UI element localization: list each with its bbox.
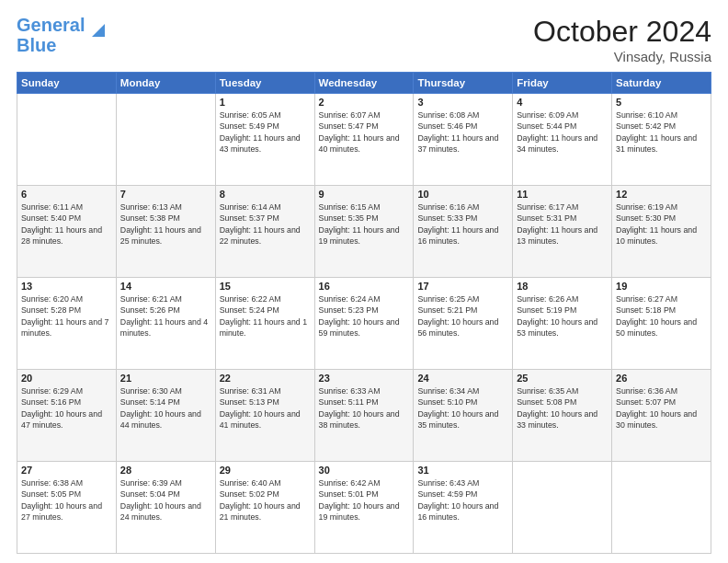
day-number: 11 [517,189,608,200]
day-number: 4 [517,97,608,108]
calendar-cell: 3Sunrise: 6:08 AM Sunset: 5:46 PM Daylig… [414,94,513,186]
day-info: Sunrise: 6:21 AM Sunset: 5:26 PM Dayligh… [120,293,211,339]
day-info: Sunrise: 6:34 AM Sunset: 5:10 PM Dayligh… [417,385,508,431]
day-info: Sunrise: 6:33 AM Sunset: 5:11 PM Dayligh… [319,385,410,431]
calendar-cell: 16Sunrise: 6:24 AM Sunset: 5:23 PM Dayli… [314,278,414,370]
calendar-cell: 22Sunrise: 6:31 AM Sunset: 5:13 PM Dayli… [215,370,314,462]
calendar-cell: 2Sunrise: 6:07 AM Sunset: 5:47 PM Daylig… [314,94,414,186]
col-wednesday: Wednesday [314,73,414,94]
calendar-table: Sunday Monday Tuesday Wednesday Thursday… [17,72,711,554]
calendar-cell: 17Sunrise: 6:25 AM Sunset: 5:21 PM Dayli… [414,278,513,370]
calendar-cell: 21Sunrise: 6:30 AM Sunset: 5:14 PM Dayli… [116,370,215,462]
day-info: Sunrise: 6:17 AM Sunset: 5:31 PM Dayligh… [517,201,608,247]
calendar-week-3: 13Sunrise: 6:20 AM Sunset: 5:28 PM Dayli… [17,278,711,370]
calendar-week-1: 1Sunrise: 6:05 AM Sunset: 5:49 PM Daylig… [17,94,711,186]
day-number: 22 [220,373,311,384]
col-saturday: Saturday [612,73,711,94]
calendar-cell: 13Sunrise: 6:20 AM Sunset: 5:28 PM Dayli… [17,278,117,370]
day-number: 31 [417,465,508,476]
calendar-cell: 27Sunrise: 6:38 AM Sunset: 5:05 PM Dayli… [17,462,117,554]
day-number: 9 [319,189,410,200]
day-info: Sunrise: 6:39 AM Sunset: 5:04 PM Dayligh… [120,477,211,523]
calendar-cell: 25Sunrise: 6:35 AM Sunset: 5:08 PM Dayli… [513,370,612,462]
day-info: Sunrise: 6:42 AM Sunset: 5:01 PM Dayligh… [319,477,410,523]
logo: GeneralBlue [17,15,108,55]
calendar-header-row: Sunday Monday Tuesday Wednesday Thursday… [17,73,711,94]
day-info: Sunrise: 6:05 AM Sunset: 5:49 PM Dayligh… [220,109,311,155]
calendar-cell: 20Sunrise: 6:29 AM Sunset: 5:16 PM Dayli… [17,370,117,462]
calendar-cell: 19Sunrise: 6:27 AM Sunset: 5:18 PM Dayli… [612,278,711,370]
day-number: 5 [616,97,707,108]
day-number: 20 [21,373,112,384]
day-number: 19 [616,281,707,292]
day-number: 13 [21,281,112,292]
day-number: 21 [120,373,211,384]
title-block: October 2024 Vinsady, Russia [533,15,711,64]
calendar-cell: 9Sunrise: 6:15 AM Sunset: 5:35 PM Daylig… [314,186,414,278]
day-info: Sunrise: 6:08 AM Sunset: 5:46 PM Dayligh… [417,109,508,155]
day-number: 16 [319,281,410,292]
calendar-cell: 28Sunrise: 6:39 AM Sunset: 5:04 PM Dayli… [116,462,215,554]
day-info: Sunrise: 6:10 AM Sunset: 5:42 PM Dayligh… [616,109,707,155]
day-info: Sunrise: 6:24 AM Sunset: 5:23 PM Dayligh… [319,293,410,339]
calendar-cell: 14Sunrise: 6:21 AM Sunset: 5:26 PM Dayli… [116,278,215,370]
day-number: 12 [616,189,707,200]
day-info: Sunrise: 6:20 AM Sunset: 5:28 PM Dayligh… [21,293,112,339]
day-info: Sunrise: 6:26 AM Sunset: 5:19 PM Dayligh… [517,293,608,339]
calendar-cell: 29Sunrise: 6:40 AM Sunset: 5:02 PM Dayli… [215,462,314,554]
day-number: 15 [220,281,311,292]
page: GeneralBlue October 2024 Vinsady, Russia… [0,0,728,563]
day-info: Sunrise: 6:16 AM Sunset: 5:33 PM Dayligh… [417,201,508,247]
calendar-cell: 24Sunrise: 6:34 AM Sunset: 5:10 PM Dayli… [414,370,513,462]
day-info: Sunrise: 6:35 AM Sunset: 5:08 PM Dayligh… [517,385,608,431]
day-info: Sunrise: 6:14 AM Sunset: 5:37 PM Dayligh… [220,201,311,247]
day-number: 14 [120,281,211,292]
svg-marker-0 [92,24,105,37]
location: Vinsady, Russia [533,49,711,64]
day-number: 18 [517,281,608,292]
calendar-cell [17,94,117,186]
day-number: 3 [417,97,508,108]
calendar-cell [612,462,711,554]
day-info: Sunrise: 6:11 AM Sunset: 5:40 PM Dayligh… [21,201,112,247]
calendar-cell: 5Sunrise: 6:10 AM Sunset: 5:42 PM Daylig… [612,94,711,186]
day-info: Sunrise: 6:27 AM Sunset: 5:18 PM Dayligh… [616,293,707,339]
calendar-cell [116,94,215,186]
day-info: Sunrise: 6:19 AM Sunset: 5:30 PM Dayligh… [616,201,707,247]
day-info: Sunrise: 6:07 AM Sunset: 5:47 PM Dayligh… [319,109,410,155]
day-info: Sunrise: 6:36 AM Sunset: 5:07 PM Dayligh… [616,385,707,431]
day-info: Sunrise: 6:40 AM Sunset: 5:02 PM Dayligh… [220,477,311,523]
calendar-cell: 26Sunrise: 6:36 AM Sunset: 5:07 PM Dayli… [612,370,711,462]
day-number: 24 [417,373,508,384]
day-number: 17 [417,281,508,292]
col-thursday: Thursday [414,73,513,94]
day-info: Sunrise: 6:31 AM Sunset: 5:13 PM Dayligh… [220,385,311,431]
day-info: Sunrise: 6:25 AM Sunset: 5:21 PM Dayligh… [417,293,508,339]
day-info: Sunrise: 6:22 AM Sunset: 5:24 PM Dayligh… [220,293,311,339]
day-number: 27 [21,465,112,476]
calendar-cell: 1Sunrise: 6:05 AM Sunset: 5:49 PM Daylig… [215,94,314,186]
day-number: 7 [120,189,211,200]
day-number: 25 [517,373,608,384]
day-number: 30 [319,465,410,476]
calendar-week-2: 6Sunrise: 6:11 AM Sunset: 5:40 PM Daylig… [17,186,711,278]
day-number: 10 [417,189,508,200]
calendar-cell [513,462,612,554]
logo-text: GeneralBlue [17,15,85,55]
calendar-cell: 31Sunrise: 6:43 AM Sunset: 4:59 PM Dayli… [414,462,513,554]
day-info: Sunrise: 6:15 AM Sunset: 5:35 PM Dayligh… [319,201,410,247]
calendar-week-4: 20Sunrise: 6:29 AM Sunset: 5:16 PM Dayli… [17,370,711,462]
calendar-cell: 6Sunrise: 6:11 AM Sunset: 5:40 PM Daylig… [17,186,117,278]
col-friday: Friday [513,73,612,94]
col-monday: Monday [116,73,215,94]
calendar-cell: 11Sunrise: 6:17 AM Sunset: 5:31 PM Dayli… [513,186,612,278]
day-number: 28 [120,465,211,476]
day-number: 1 [220,97,311,108]
calendar-cell: 23Sunrise: 6:33 AM Sunset: 5:11 PM Dayli… [314,370,414,462]
calendar-cell: 10Sunrise: 6:16 AM Sunset: 5:33 PM Dayli… [414,186,513,278]
day-info: Sunrise: 6:29 AM Sunset: 5:16 PM Dayligh… [21,385,112,431]
month-title: October 2024 [533,15,711,49]
header: GeneralBlue October 2024 Vinsady, Russia [17,15,711,64]
logo-icon [88,20,108,40]
calendar-cell: 30Sunrise: 6:42 AM Sunset: 5:01 PM Dayli… [314,462,414,554]
